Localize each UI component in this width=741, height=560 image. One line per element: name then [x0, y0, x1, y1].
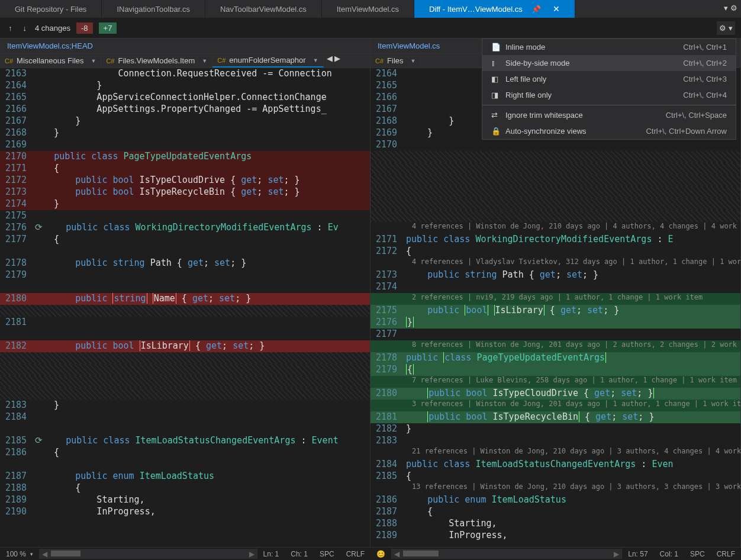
codelens[interactable]: 2 references | nvi9, 219 days ago | 1 au… [406, 293, 740, 301]
code-line[interactable] [0, 246, 370, 258]
code-line[interactable]: 2184 [0, 411, 370, 423]
code-line[interactable]: 2174 [370, 281, 740, 293]
code-line[interactable]: 2169 [0, 139, 370, 151]
code-line[interactable]: 2175 [0, 210, 370, 222]
menu-item[interactable]: ◧Left file onlyCtrl+\, Ctrl+3 [482, 71, 736, 87]
code-line[interactable]: 2184public class ItemLoadStatusChangedEv… [370, 459, 740, 471]
nav-arrows[interactable]: ◀ ▶ [324, 54, 344, 67]
breadcrumb-dropdown[interactable]: C#Files▼ [370, 54, 421, 67]
tab[interactable]: Git Repository - Files [0, 0, 102, 18]
codelens[interactable]: 4 references | Vladyslav Tsvietkov, 312 … [406, 258, 740, 266]
code-line[interactable] [0, 388, 370, 400]
codelens[interactable]: 21 references | Winston de Jong, 210 day… [406, 447, 740, 455]
code-line[interactable]: 2183 } [0, 400, 370, 411]
code-line[interactable]: 2188 Starting, [370, 518, 740, 530]
col-number-r[interactable]: Col: 1 [654, 549, 684, 559]
code-line[interactable]: 2180 public bool IsTypeCloudDrive { get;… [370, 388, 740, 400]
sync-arrow-icon[interactable]: ⟳ [33, 435, 44, 446]
right-code[interactable]: 21642165216621672168 }2169 }21704 refere… [370, 68, 740, 547]
line-ending[interactable]: CRLF [340, 549, 370, 559]
code-line[interactable] [370, 186, 740, 198]
codelens[interactable]: 13 references | Winston de Jong, 210 day… [406, 482, 740, 491]
code-line[interactable]: 2179{ [370, 364, 740, 376]
char-number[interactable]: Ch: 1 [285, 549, 314, 559]
code-line[interactable]: 2171public class WorkingDirectoryModifie… [370, 234, 740, 246]
code-line[interactable]: 2181 public bool IsTypeRecycleBin { get;… [370, 411, 740, 423]
code-line[interactable]: 2177 { [0, 234, 370, 246]
code-line[interactable]: 2170 [370, 139, 740, 151]
code-line[interactable] [370, 163, 740, 175]
gear-icon[interactable]: ⚙ ▾ [717, 21, 735, 35]
code-line[interactable] [370, 175, 740, 186]
sync-arrow-icon[interactable]: ⟳ [33, 222, 44, 233]
code-line[interactable]: 2172{ [370, 246, 740, 258]
code-line[interactable]: 4 references | Winston de Jong, 210 days… [370, 222, 740, 234]
code-line[interactable]: 8 references | Winston de Jong, 201 days… [370, 340, 740, 352]
codelens[interactable]: 8 references | Winston de Jong, 201 days… [406, 340, 740, 349]
code-line[interactable]: 2187 public enum ItemLoadStatus [0, 471, 370, 482]
code-line[interactable]: 2163 Connection.RequestReceived -= Conne… [0, 68, 370, 80]
line-number[interactable]: Ln: 1 [257, 549, 285, 559]
code-line[interactable]: 2177 [370, 329, 740, 340]
code-line[interactable] [0, 376, 370, 388]
code-line[interactable]: 2182} [370, 423, 740, 435]
code-line[interactable]: 21 references | Winston de Jong, 210 day… [370, 447, 740, 459]
code-line[interactable]: 2170 public class PageTypeUpdatedEventAr… [0, 151, 370, 163]
menu-item[interactable]: ⫿Side-by-side modeCtrl+\, Ctrl+2 [482, 55, 736, 71]
code-line[interactable]: 2188 { [0, 482, 370, 494]
code-line[interactable]: 3 references | Winston de Jong, 201 days… [370, 400, 740, 411]
code-line[interactable]: 2187 { [370, 506, 740, 518]
codelens[interactable]: 4 references | Winston de Jong, 210 days… [406, 222, 740, 230]
codelens[interactable]: 7 references | Luke Blevins, 258 days ag… [406, 376, 740, 384]
code-line[interactable]: 2179 [0, 269, 370, 281]
tab[interactable]: INavigationToolbar.cs [102, 0, 205, 18]
code-line[interactable]: 2178public class PageTypeUpdatedEventArg… [370, 352, 740, 364]
code-line[interactable]: 2190 InProgress, [0, 506, 370, 518]
pin-icon[interactable]: 📌 [531, 5, 541, 14]
code-line[interactable]: 2168 } [0, 127, 370, 139]
code-line[interactable]: 2 references | nvi9, 219 days ago | 1 au… [370, 293, 740, 305]
left-code[interactable]: 2163 Connection.RequestReceived -= Conne… [0, 68, 370, 547]
code-line[interactable]: 2172 public bool IsTypeCloudDrive { get;… [0, 175, 370, 186]
menu-item[interactable]: ◨Right file onlyCtrl+\, Ctrl+4 [482, 87, 736, 103]
code-line[interactable]: 2173 public string Path { get; set; } [370, 269, 740, 281]
code-line[interactable]: 2183 [370, 435, 740, 447]
code-line[interactable]: 2165 AppServiceConnectionHelper.Connecti… [0, 92, 370, 104]
tab[interactable]: Diff - ItemV…ViewModel.cs📌✕ [414, 0, 575, 18]
tab[interactable]: ItemViewModel.cs [322, 0, 414, 18]
code-line[interactable] [370, 198, 740, 210]
code-line[interactable]: 2185⟳ public class ItemLoadStatusChanged… [0, 435, 370, 447]
code-line[interactable]: 2186 public enum ItemLoadStatus [370, 494, 740, 506]
feedback-icon[interactable]: 😊 [370, 549, 391, 559]
indent-mode[interactable]: SPC [314, 549, 340, 559]
code-line[interactable] [0, 281, 370, 293]
menu-item[interactable]: 📄Inline modeCtrl+\, Ctrl+1 [482, 39, 736, 55]
code-line[interactable]: 2189 InProgress, [370, 530, 740, 542]
code-line[interactable] [370, 210, 740, 222]
code-line[interactable] [0, 423, 370, 435]
breadcrumb-dropdown[interactable]: C#enumFolderSemaphor▼ [212, 54, 323, 67]
code-line[interactable]: 2176⟳ public class WorkingDirectoryModif… [0, 222, 370, 234]
code-line[interactable]: 7 references | Luke Blevins, 258 days ag… [370, 376, 740, 388]
code-line[interactable]: 2181 [0, 317, 370, 329]
menu-item[interactable]: 🔒Auto-synchronize viewsCtrl+\, Ctrl+Down… [482, 123, 736, 139]
code-line[interactable]: 2189 Starting, [0, 494, 370, 506]
codelens[interactable]: 3 references | Winston de Jong, 201 days… [406, 400, 740, 408]
code-line[interactable]: 2176} [370, 317, 740, 329]
code-line[interactable] [0, 352, 370, 364]
code-line[interactable]: 2180 public string Name { get; set; } [0, 293, 370, 305]
breadcrumb-dropdown[interactable]: C#Miscellaneous Files▼ [0, 54, 101, 67]
code-line[interactable] [0, 364, 370, 376]
next-change-button[interactable]: ↓ [21, 21, 30, 35]
indent-mode-r[interactable]: SPC [684, 549, 711, 559]
code-line[interactable]: 2186 { [0, 447, 370, 459]
code-line[interactable] [370, 151, 740, 163]
code-line[interactable]: 2166 AppSettings.PropertyChanged -= AppS… [0, 104, 370, 115]
close-icon[interactable]: ✕ [553, 4, 560, 14]
code-line[interactable] [0, 305, 370, 317]
tab-overflow[interactable]: ▾ ⚙ [720, 0, 741, 18]
code-line[interactable]: 2178 public string Path { get; set; } [0, 258, 370, 269]
code-line[interactable]: 2167 } [0, 115, 370, 127]
prev-change-button[interactable]: ↑ [6, 21, 15, 35]
breadcrumb-dropdown[interactable]: C#Files.ViewModels.Item▼ [101, 54, 212, 67]
